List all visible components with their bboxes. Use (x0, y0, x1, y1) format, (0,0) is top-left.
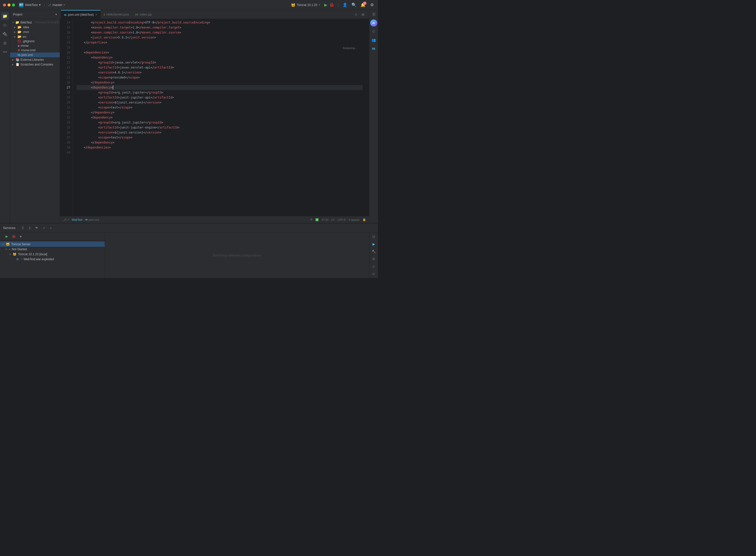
mvnw-icon: ◈ (18, 44, 20, 47)
sidebar-plugins-icon[interactable]: 🔌 (1, 30, 9, 38)
editor-scrollbar[interactable] (367, 19, 369, 216)
run-debug-btn[interactable]: 🐞 (11, 234, 16, 239)
project-selector[interactable]: WT WebTest ▾ (19, 3, 41, 7)
tomcat-local-icon: 🐱 (13, 252, 16, 256)
right-icon-maven[interactable]: m (370, 45, 377, 52)
service-item-tomcat-local[interactable]: ▼ 🐱 Tomcat 10.1.23 [local] (0, 252, 105, 257)
services-toolbar: ⊼ ⊻ ⚑ ↗ + (20, 225, 54, 231)
not-started-status-icon: ● (9, 248, 10, 251)
idea-icon: 📂 (18, 25, 22, 29)
status-vcs-indicator[interactable]: V (315, 218, 318, 221)
line-num-30: 30 (62, 100, 70, 105)
code-line-33: <dependency> (76, 115, 363, 120)
servlet-tab-icon: J (103, 13, 105, 16)
code-line-25: <scope>provided</scope> (76, 75, 363, 80)
service-item-not-started[interactable]: ▼ ● Not Started (0, 247, 105, 252)
tab-indexjsp[interactable]: jsp index.jsp (132, 10, 155, 19)
pom-tab-close[interactable]: ✕ (95, 13, 97, 16)
status-indent[interactable]: 4 spaces (348, 218, 359, 221)
status-line-ending[interactable]: LF (332, 218, 335, 221)
right-icon-database[interactable]: 🗄 (370, 11, 377, 18)
settings-button[interactable]: ⚙ (369, 2, 375, 8)
run-play-btn[interactable]: ▶ (4, 234, 9, 239)
tomcat-local-label: Tomcat 10.1.23 [local] (18, 252, 47, 256)
notification-badge: 1 (363, 1, 367, 5)
sidebar-vcs-icon[interactable]: ⊙ (1, 21, 9, 29)
status-webtest-crumb[interactable]: WebTest › m pom.xml (72, 218, 99, 221)
project-panel-header[interactable]: Project ▾ (10, 10, 60, 19)
code-line-30: <version>${junit.version}</version> (76, 100, 363, 105)
status-encoding[interactable]: UTF-8 (338, 218, 345, 221)
status-warnings[interactable]: ⚙ (310, 218, 312, 221)
ext-libs-icon: 📚 (15, 58, 20, 62)
tab-helloservlet[interactable]: J HelloServlet.java (101, 10, 132, 19)
service-item-webtest-war[interactable]: ▶ ⚙ ? WebTest:war exploded (0, 257, 105, 262)
bottom-icon-panel[interactable]: ⊟ (370, 234, 377, 240)
status-git[interactable]: ⎇ ✓ (63, 218, 70, 221)
sidebar-more-icon[interactable]: ••• (1, 48, 9, 56)
tab-recent-files[interactable]: ≡ (353, 11, 359, 18)
search-button[interactable]: 🔍 (351, 2, 357, 8)
vcs-icon: V (315, 218, 318, 221)
tree-root[interactable]: ▼ 📁 WebTest ~/Desktop/CS/JavaEE/1 Ja... (10, 20, 60, 25)
code-editor[interactable]: <project.build.sourceEncoding>UTF-8</pro… (72, 19, 367, 216)
tree-item-external-libs[interactable]: ▶ 📚 External Libraries (10, 57, 60, 62)
service-item-tomcat-server[interactable]: ▼ 🐱 Tomcat Server (0, 242, 105, 247)
line-num-24: 24 (62, 70, 70, 75)
run-stop-btn[interactable]: ■ (18, 234, 24, 239)
notifications-button[interactable]: 🔔 1 (360, 2, 366, 8)
bottom-icon-run[interactable]: ▶ (370, 241, 377, 247)
debug-button[interactable]: 🐞 (329, 2, 334, 7)
git-icon: ⎇ (63, 218, 67, 221)
sidebar-structure-icon[interactable]: ⊞ (1, 39, 9, 47)
line-num-23: 23 (62, 65, 70, 70)
bottom-icon-build[interactable]: 🔨 (370, 248, 377, 255)
bottom-icon-problems[interactable]: ⚠ (370, 263, 377, 270)
maximize-button[interactable] (12, 3, 15, 6)
tree-item-idea[interactable]: ▶ 📂 .idea (10, 25, 60, 30)
idea-label: .idea (23, 26, 29, 29)
code-line-17: <junit.version>5.9.2</junit.version> (76, 35, 363, 40)
tree-item-mvnw-cmd[interactable]: ▶ ⚙ mvnw.cmd (10, 48, 60, 53)
divider: | (44, 3, 44, 7)
run-button[interactable]: ▶ (324, 2, 327, 7)
more-run-options[interactable]: ⋮ (336, 3, 340, 7)
account-button[interactable]: 👤 (342, 2, 348, 8)
collapse-all-btn[interactable]: ⊼ (20, 225, 26, 231)
tomcat-run-icon: 🐱 (291, 3, 295, 7)
right-icon-ai[interactable]: AI (370, 20, 377, 27)
close-button[interactable] (3, 3, 6, 6)
tree-item-mvn[interactable]: ▶ 📂 .mvn (10, 30, 60, 34)
bottom-icon-terminal[interactable]: ⊞ (370, 256, 377, 262)
expand-all-btn[interactable]: ⊻ (27, 225, 33, 231)
tab-split[interactable]: ⊞ (360, 11, 366, 18)
tree-item-gitignore[interactable]: ▶ 🚫 .gitignore (10, 39, 60, 43)
filter-btn[interactable]: ⚑ (34, 225, 40, 231)
status-file-icon: m (85, 218, 88, 221)
tab-pom-xml[interactable]: m pom.xml (WebTest) ✕ (61, 10, 101, 19)
tree-item-pom[interactable]: ▶ m pom.xml (10, 53, 60, 57)
run-configuration[interactable]: 🐱 Tomcat 10.1.23 ▾ (291, 3, 320, 7)
code-line-27: <dependency> (76, 85, 363, 90)
scratches-label: Scratches and Consoles (21, 63, 53, 66)
add-service-btn[interactable]: + (47, 225, 54, 231)
code-line-31: <scope>test</scope> (76, 105, 363, 110)
minimize-button[interactable] (7, 3, 10, 6)
bottom-icon-git[interactable]: ⊙ (370, 271, 377, 277)
right-icon-collab[interactable]: 👥 (370, 36, 377, 43)
tree-item-mvnw[interactable]: ▶ ◈ mvnw (10, 43, 60, 48)
mvn-label: .mvn (23, 30, 29, 34)
tree-item-scratches[interactable]: ▶ 📋 Scratches and Consoles (10, 62, 60, 67)
war-question: ? (21, 258, 22, 261)
tree-item-src[interactable]: ▶ 📂 src (10, 34, 60, 39)
sidebar-project-icon[interactable]: 📁 (1, 12, 9, 20)
branch-selector[interactable]: ⎇ master ▾ (48, 3, 65, 7)
line-num-28: 28 (62, 90, 70, 95)
status-readonly[interactable]: 🔒 (363, 218, 366, 221)
services-panel-header: Services ⊼ ⊻ ⚑ ↗ + (0, 223, 378, 233)
line-num-36: 36 (62, 130, 70, 135)
jump-to-source-btn[interactable]: ↗ (40, 225, 47, 231)
status-position[interactable]: 27:20 (321, 218, 329, 221)
right-icon-copilot[interactable]: © (370, 28, 377, 35)
code-line-38: </dependency> (76, 140, 363, 145)
